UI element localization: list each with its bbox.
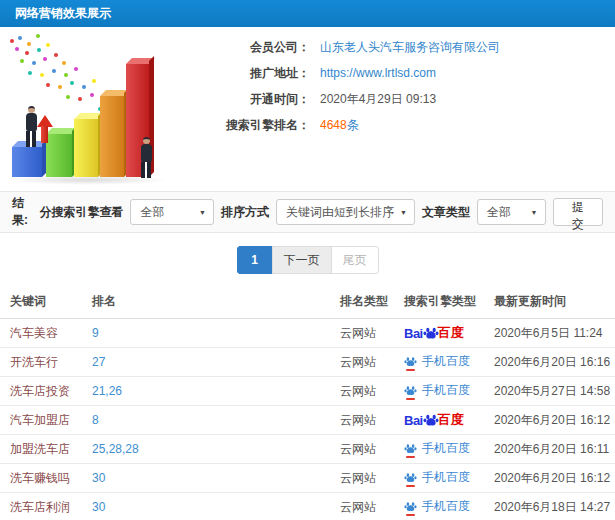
pagination: 1 下一页 尾页	[0, 246, 615, 274]
sort-value: 关键词由短到长排序	[286, 204, 394, 221]
info-row-rank-count: 搜索引擎排名： 4648条	[188, 117, 615, 133]
keyword-link[interactable]: 汽车加盟店	[10, 413, 70, 427]
chevron-down-icon: ▼	[531, 209, 538, 216]
open-time-value: 2020年4月29日 09:13	[320, 91, 436, 107]
article-type-select[interactable]: 全部 ▼	[477, 199, 546, 225]
rank-type: 云网站	[340, 326, 376, 340]
updated-time: 2020年6月20日 16:12	[494, 471, 610, 485]
engine-filter-value: 全部	[140, 204, 164, 221]
baidu-paw-icon	[404, 384, 417, 397]
keyword-link[interactable]: 洗车赚钱吗	[10, 471, 70, 485]
next-page-button[interactable]: 下一页	[272, 246, 332, 274]
info-row-opened: 开通时间： 2020年4月29日 09:13	[188, 91, 615, 107]
info-row-company: 会员公司： 山东老人头汽车服务咨询有限公司	[188, 39, 615, 55]
rank-value[interactable]: 8	[92, 413, 99, 427]
growth-arrow-icon	[37, 115, 53, 143]
rank-type: 云网站	[340, 471, 376, 485]
engine-filter-label: 分搜索引擎查看	[39, 204, 123, 221]
baidu-paw-icon	[404, 500, 417, 513]
rank-unit: 条	[347, 118, 359, 132]
filter-bar: 结果: 分搜索引擎查看 全部 ▼ 排序方式 关键词由短到长排序 ▼ 文章类型 全…	[0, 191, 615, 233]
mobile-baidu-logo: 手机百度	[404, 440, 470, 457]
company-link[interactable]: 山东老人头汽车服务咨询有限公司	[320, 39, 500, 55]
sort-label: 排序方式	[221, 204, 269, 221]
mobile-baidu-label: 手机百度	[422, 498, 470, 515]
table-row: 汽车美容9云网站Bai百度2020年6月5日 11:24	[0, 319, 615, 348]
updated-time: 2020年6月20日 16:11	[494, 442, 609, 456]
mobile-baidu-logo: 手机百度	[404, 353, 470, 370]
rank-value[interactable]: 30	[92, 471, 105, 485]
keyword-link[interactable]: 开洗车行	[10, 355, 58, 369]
rank-value[interactable]: 25,28,28	[92, 442, 139, 456]
engine-filter-select[interactable]: 全部 ▼	[130, 199, 214, 225]
chevron-down-icon: ▼	[400, 209, 407, 216]
mobile-baidu-label: 手机百度	[422, 440, 470, 457]
updated-time: 2020年6月18日 14:27	[494, 500, 610, 514]
mobile-baidu-label: 手机百度	[422, 353, 470, 370]
last-page-button[interactable]: 尾页	[331, 246, 379, 274]
updated-time: 2020年5月27日 14:58	[494, 384, 610, 398]
keyword-link[interactable]: 洗车店利润	[10, 500, 70, 514]
promo-url-label: 推广地址：	[188, 65, 310, 81]
open-time-label: 开通时间：	[188, 91, 310, 107]
rank-value[interactable]: 30	[92, 500, 105, 514]
sort-select[interactable]: 关键词由短到长排序 ▼	[276, 199, 415, 225]
col-engine-type: 搜索引擎类型	[400, 285, 490, 319]
article-type-label: 文章类型	[422, 204, 470, 221]
rank-value[interactable]: 21,26	[92, 384, 122, 398]
page-1-button[interactable]: 1	[237, 246, 273, 274]
updated-time: 2020年6月20日 16:12	[494, 413, 610, 427]
baidu-paw-icon	[404, 471, 417, 484]
baidu-logo: Bai百度	[404, 324, 464, 342]
baidu-paw-icon	[404, 500, 417, 513]
rank-value[interactable]: 27	[92, 355, 105, 369]
table-row: 洗车店利润30云网站手机百度2020年6月18日 14:27	[0, 493, 615, 520]
baidu-paw-icon	[404, 355, 417, 368]
rank-type: 云网站	[340, 355, 376, 369]
businessman-icon	[138, 137, 154, 178]
table-row: 洗车赚钱吗30云网站手机百度2020年6月20日 16:12	[0, 464, 615, 493]
submit-button[interactable]: 提交	[553, 198, 603, 226]
mobile-baidu-logo: 手机百度	[404, 382, 470, 399]
info-row-url: 推广地址： https://www.lrtlsd.com	[188, 65, 615, 81]
top-section: 会员公司： 山东老人头汽车服务咨询有限公司 推广地址： https://www.…	[0, 27, 615, 191]
keyword-link[interactable]: 洗车店投资	[10, 384, 70, 398]
rank-type: 云网站	[340, 500, 376, 514]
keyword-link[interactable]: 汽车美容	[10, 326, 58, 340]
mobile-baidu-label: 手机百度	[422, 382, 470, 399]
col-keyword: 关键词	[0, 285, 88, 319]
baidu-paw-icon	[404, 442, 417, 455]
rank-count: 4648	[320, 118, 347, 132]
rank-value[interactable]: 9	[92, 326, 99, 340]
baidu-paw-icon	[404, 471, 417, 484]
promo-url-link[interactable]: https://www.lrtlsd.com	[320, 65, 436, 81]
baidu-paw-icon	[404, 384, 417, 397]
results-table: 关键词 排名 排名类型 搜索引擎类型 最新更新时间 汽车美容9云网站Bai百度2…	[0, 285, 615, 520]
bar-orange	[100, 96, 124, 177]
baidu-paw-icon	[423, 325, 439, 341]
table-body: 汽车美容9云网站Bai百度2020年6月5日 11:24开洗车行27云网站手机百…	[0, 319, 615, 520]
rank-type: 云网站	[340, 384, 376, 398]
table-row: 开洗车行27云网站手机百度2020年6月20日 16:16	[0, 348, 615, 377]
bar-chart-illustration	[0, 27, 188, 191]
baidu-text-cn: 百度	[438, 324, 464, 342]
mobile-baidu-logo: 手机百度	[404, 498, 470, 515]
baidu-text-cn: 百度	[438, 411, 464, 429]
company-label: 会员公司：	[188, 39, 310, 55]
businessman-icon	[23, 106, 39, 147]
app-header: 网络营销效果展示	[0, 0, 615, 27]
baidu-paw-icon	[404, 442, 417, 455]
rank-type: 云网站	[340, 413, 376, 427]
bar-yellow	[74, 119, 98, 177]
chevron-down-icon: ▼	[199, 209, 206, 216]
confetti-dots	[10, 39, 14, 43]
result-section-label: 结果:	[12, 195, 39, 229]
engine-rank-label: 搜索引擎排名：	[188, 117, 310, 133]
mobile-baidu-logo: 手机百度	[404, 469, 470, 486]
baidu-logo: Bai百度	[404, 411, 464, 429]
baidu-text-latin: Bai	[404, 326, 423, 341]
updated-time: 2020年6月20日 16:16	[494, 355, 610, 369]
keyword-link[interactable]: 加盟洗车店	[10, 442, 70, 456]
col-rank-type: 排名类型	[336, 285, 400, 319]
table-row: 汽车加盟店8云网站Bai百度2020年6月20日 16:12	[0, 406, 615, 435]
